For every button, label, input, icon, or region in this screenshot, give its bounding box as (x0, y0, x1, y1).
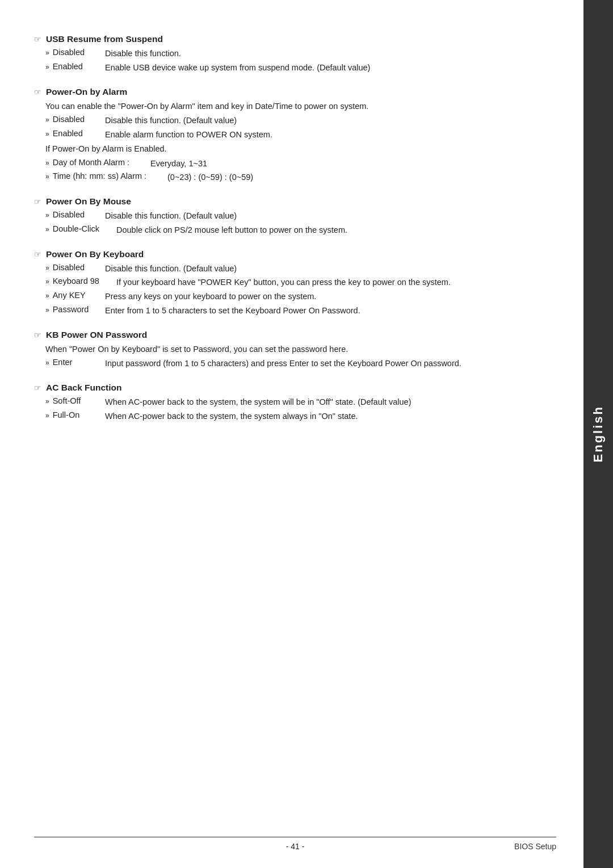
power-on-alarm-note: You can enable the "Power-On by Alarm" i… (34, 100, 556, 113)
alarm-enabled-text: Enabled (53, 129, 83, 138)
enter-row: » Enter Input password (from 1 to 5 char… (34, 358, 556, 370)
usb-disabled-label: » Disabled (45, 48, 105, 57)
arrow-icon: » (45, 278, 49, 286)
alarm-disabled-row: » Disabled Disable this function. (Defau… (34, 115, 556, 127)
footer: - 41 - BIOS Setup (34, 837, 556, 851)
footer-label: BIOS Setup (511, 842, 556, 851)
time-alarm-text: Time (hh: mm: ss) Alarm : (53, 171, 146, 181)
keyboard98-text: Keyboard 98 (53, 276, 99, 286)
footer-left (34, 842, 79, 851)
arrow-icon: » (45, 49, 49, 57)
soft-off-text: Soft-Off (53, 396, 81, 405)
section-kb-power-on-password: ☞ KB Power ON Password When "Power On by… (34, 330, 556, 371)
arrow-icon: » (45, 116, 49, 124)
full-on-row: » Full-On When AC-power back to the syst… (34, 410, 556, 423)
section-ac-back-function: ☞ AC Back Function » Soft-Off When AC-po… (34, 383, 556, 423)
arrow-icon: » (45, 159, 49, 167)
alarm-disabled-desc: Disable this function. (Default value) (105, 115, 556, 127)
sidebar: English (583, 0, 613, 868)
soft-off-desc: When AC-power back to the system, the sy… (105, 396, 556, 409)
keyboard98-row: » Keyboard 98 If your keyboard have "POW… (34, 276, 556, 289)
cursor-icon-kb: ☞ (34, 330, 41, 339)
alarm-enabled-label: » Enabled (45, 129, 105, 138)
ac-back-title: AC Back Function (46, 383, 121, 393)
alarm-enabled-row: » Enabled Enable alarm function to POWER… (34, 129, 556, 141)
arrow-icon: » (45, 292, 49, 300)
time-alarm-label: » Time (hh: mm: ss) Alarm : (45, 171, 167, 181)
arrow-icon: » (45, 264, 49, 272)
enter-text: Enter (53, 358, 73, 367)
section-power-on-keyboard: ☞ Power On By Keyboard » Disabled Disabl… (34, 249, 556, 317)
arrow-icon: » (45, 397, 49, 405)
power-on-mouse-title: Power On By Mouse (46, 196, 131, 207)
soft-off-label: » Soft-Off (45, 396, 105, 405)
arrow-icon: » (45, 130, 49, 138)
time-alarm-row: » Time (hh: mm: ss) Alarm : (0~23) : (0~… (34, 171, 556, 184)
time-alarm-desc: (0~23) : (0~59) : (0~59) (167, 171, 556, 184)
cursor-icon-ac: ☞ (34, 383, 41, 392)
mouse-disabled-desc: Disable this function. (Default value) (105, 210, 556, 223)
password-row: » Password Enter from 1 to 5 characters … (34, 305, 556, 317)
section-power-on-alarm: ☞ Power-On by Alarm You can enable the "… (34, 87, 556, 184)
mouse-disabled-row: » Disabled Disable this function. (Defau… (34, 210, 556, 223)
enter-desc: Input password (from 1 to 5 characters) … (105, 358, 556, 370)
keyboard-disabled-row: » Disabled Disable this function. (Defau… (34, 263, 556, 275)
keyboard-disabled-label: » Disabled (45, 263, 105, 272)
mouse-doubleclick-desc: Double click on PS/2 mouse left button t… (116, 224, 556, 237)
mouse-doubleclick-text: Double-Click (53, 224, 99, 233)
alarm-disabled-label: » Disabled (45, 115, 105, 124)
alarm-extra-note: If Power-On by Alarm is Enabled. (34, 143, 556, 156)
cursor-icon-keyboard: ☞ (34, 250, 41, 259)
alarm-enabled-desc: Enable alarm function to POWER ON system… (105, 129, 556, 141)
arrow-icon: » (45, 173, 49, 181)
anykey-label: » Any KEY (45, 291, 105, 300)
arrow-icon: » (45, 63, 49, 71)
cursor-icon-mouse: ☞ (34, 197, 41, 206)
sidebar-label: English (591, 405, 606, 462)
day-of-month-desc: Everyday, 1~31 (150, 158, 556, 170)
keyboard98-label: » Keyboard 98 (45, 276, 116, 286)
keyboard-disabled-text: Disabled (53, 263, 85, 272)
day-of-month-text: Day of Month Alarm : (53, 158, 129, 167)
usb-enabled-row: » Enabled Enable USB device wake up syst… (34, 62, 556, 74)
footer-page: - 41 - (79, 842, 511, 851)
full-on-text: Full-On (53, 410, 80, 420)
alarm-disabled-text: Disabled (53, 115, 85, 124)
kb-password-title: KB Power ON Password (46, 330, 147, 340)
full-on-label: » Full-On (45, 410, 105, 420)
mouse-disabled-text: Disabled (53, 210, 85, 219)
usb-enabled-label: » Enabled (45, 62, 105, 71)
anykey-desc: Press any keys on your keyboard to power… (105, 291, 556, 303)
cursor-icon-usb: ☞ (34, 35, 41, 44)
anykey-text: Any KEY (53, 291, 86, 300)
power-on-keyboard-title: Power On By Keyboard (46, 249, 144, 259)
power-on-alarm-title: Power-On by Alarm (46, 87, 127, 97)
arrow-icon: » (45, 412, 49, 420)
section-title-mouse: ☞ Power On By Mouse (34, 196, 556, 207)
keyboard98-desc: If your keyboard have "POWER Key" button… (116, 276, 556, 289)
mouse-disabled-label: » Disabled (45, 210, 105, 219)
day-of-month-label: » Day of Month Alarm : (45, 158, 150, 167)
arrow-icon: » (45, 225, 49, 233)
password-desc: Enter from 1 to 5 characters to set the … (105, 305, 556, 317)
section-title-ac-back: ☞ AC Back Function (34, 383, 556, 393)
keyboard-disabled-desc: Disable this function. (Default value) (105, 263, 556, 275)
section-title-power-on-alarm: ☞ Power-On by Alarm (34, 87, 556, 97)
usb-enabled-text: Enabled (53, 62, 83, 71)
password-label: » Password (45, 305, 105, 314)
cursor-icon-alarm: ☞ (34, 87, 41, 97)
section-power-on-mouse: ☞ Power On By Mouse » Disabled Disable t… (34, 196, 556, 237)
arrow-icon: » (45, 306, 49, 314)
enter-label: » Enter (45, 358, 105, 367)
day-of-month-row: » Day of Month Alarm : Everyday, 1~31 (34, 158, 556, 170)
usb-resume-title: USB Resume from Suspend (46, 34, 163, 44)
mouse-doubleclick-label: » Double-Click (45, 224, 116, 233)
usb-enabled-desc: Enable USB device wake up system from su… (105, 62, 556, 74)
usb-disabled-desc: Disable this function. (105, 48, 556, 60)
section-title-kb-password: ☞ KB Power ON Password (34, 330, 556, 340)
main-content: ☞ USB Resume from Suspend » Disabled Dis… (34, 34, 556, 823)
arrow-icon: » (45, 211, 49, 219)
anykey-row: » Any KEY Press any keys on your keyboar… (34, 291, 556, 303)
section-title-keyboard: ☞ Power On By Keyboard (34, 249, 556, 259)
usb-disabled-row: » Disabled Disable this function. (34, 48, 556, 60)
